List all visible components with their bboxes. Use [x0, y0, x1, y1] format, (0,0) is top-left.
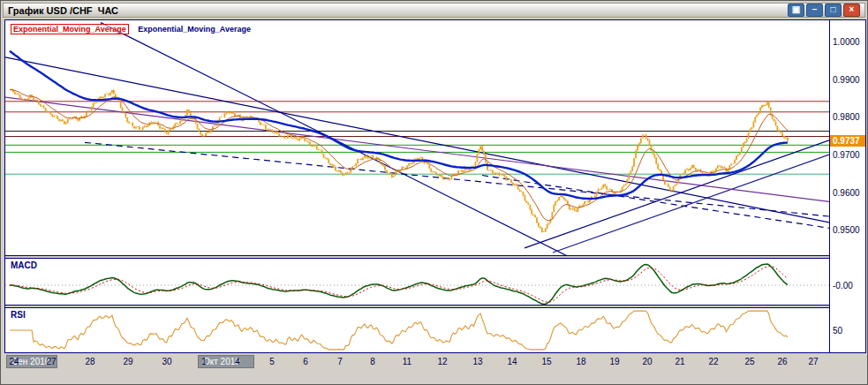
ema-slow-legend: Exponential_Moving_Average [138, 25, 251, 34]
date-label: 24 [5, 357, 23, 366]
chart-plots[interactable]: Exponential_Moving_Average Exponential_M… [4, 19, 830, 353]
date-label: 27 [42, 357, 60, 366]
rsi-line [10, 311, 788, 350]
rsi-label: RSI [11, 310, 26, 320]
date-label: 8 [364, 357, 381, 366]
price-tick-label: 0.9800 [833, 112, 860, 122]
date-label: 22 [705, 357, 722, 366]
date-label: 27 [804, 357, 822, 366]
macd-chart[interactable] [5, 259, 829, 305]
trend-line[interactable] [525, 140, 829, 248]
minimize-icon[interactable]: – [806, 4, 823, 17]
close-icon[interactable]: × [843, 4, 860, 17]
price-tick-label: 0.9500 [833, 225, 860, 235]
date-label: 26 [774, 357, 791, 366]
date-label: 6 [297, 357, 314, 366]
date-label: 4 [229, 357, 246, 366]
macd-line [10, 264, 788, 305]
price-chart[interactable] [5, 20, 829, 255]
window-controls: ▣ – □ × [788, 4, 860, 17]
date-label: 19 [606, 357, 623, 366]
chart-window: График USD /CHF ЧАС ▣ – □ × Exponential_… [0, 0, 868, 385]
current-price-chip: 0.9737 [830, 135, 865, 147]
date-label: 28 [81, 357, 99, 366]
date-label: 12 [434, 357, 451, 366]
time-axis: Сен 2010Окт 2010242728293014567811121314… [4, 354, 865, 372]
rsi-axis-value: 50 [833, 326, 842, 336]
date-label: 1 [195, 357, 213, 366]
window-title: График USD /CHF ЧАС [8, 5, 118, 16]
date-label: 25 [741, 357, 759, 366]
ema-fast-legend: Exponential_Moving_Average [11, 24, 129, 34]
trend-line[interactable] [5, 57, 829, 223]
date-label: 15 [538, 357, 555, 366]
titlebar[interactable]: График USD /CHF ЧАС ▣ – □ × [3, 3, 865, 18]
price-axis: 0.9737 1.00000.99000.98000.97000.96000.9… [830, 19, 866, 353]
date-label: 20 [638, 357, 656, 366]
ema-fast-line [10, 90, 788, 221]
date-label: 5 [263, 357, 281, 366]
price-tick-label: 1.0000 [833, 37, 860, 47]
date-label: 7 [331, 357, 349, 366]
price-tick-label: 0.9700 [833, 150, 860, 160]
date-label: 11 [398, 357, 416, 366]
trend-line[interactable] [5, 97, 829, 201]
macd-axis-value: -0.00 [833, 281, 853, 291]
macd-label: MACD [11, 260, 37, 270]
date-label: 18 [572, 357, 590, 366]
date-label: 29 [119, 357, 137, 366]
price-tick-label: 0.9900 [833, 75, 860, 85]
maximize-icon[interactable]: □ [825, 4, 842, 17]
price-tick-label: 0.9600 [833, 188, 860, 198]
date-label: 14 [503, 357, 521, 366]
date-label: 30 [158, 357, 176, 366]
macd-signal-line [10, 267, 788, 303]
indicator-legend: Exponential_Moving_Average Exponential_M… [11, 25, 251, 34]
date-label: 21 [671, 357, 689, 366]
restore-icon[interactable]: ▣ [788, 4, 804, 17]
rsi-chart[interactable] [5, 308, 829, 352]
ema-slow-line [10, 51, 788, 199]
chart-client: Exponential_Moving_Average Exponential_M… [4, 19, 866, 382]
trend-line[interactable] [101, 23, 579, 255]
date-label: 13 [469, 357, 487, 366]
